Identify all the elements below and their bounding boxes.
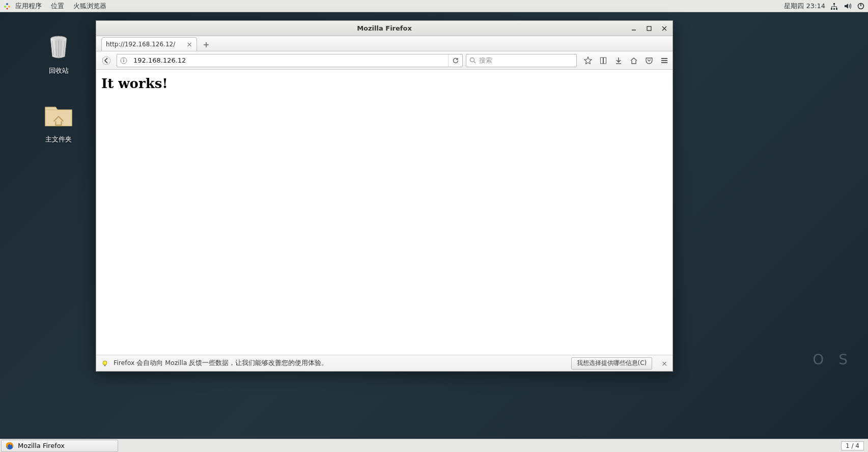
svg-rect-12: [647, 26, 651, 31]
browser-tab[interactable]: http://192.168.126.12/ ×: [101, 37, 197, 51]
downloads-icon[interactable]: [613, 55, 624, 66]
firefox-icon: [6, 442, 14, 450]
svg-rect-20: [604, 58, 606, 64]
back-button[interactable]: [99, 53, 114, 68]
window-close-button[interactable]: [659, 23, 669, 34]
tab-close-button[interactable]: ×: [186, 40, 192, 48]
search-box[interactable]: 搜索: [466, 54, 577, 67]
search-icon: [469, 57, 476, 64]
svg-point-1: [4, 6, 6, 8]
pocket-icon[interactable]: [644, 55, 654, 66]
gnome-bottom-panel: Mozilla Firefox 1 / 4: [0, 439, 868, 452]
applications-menu[interactable]: 应用程序: [3, 2, 42, 11]
reading-list-icon[interactable]: [598, 55, 608, 66]
page-heading: It works!: [101, 76, 667, 91]
firefox-navbar: 192.168.126.12 搜索: [96, 51, 673, 70]
window-maximize-button[interactable]: [644, 23, 654, 34]
firefox-menu[interactable]: 火狐浏览器: [73, 2, 106, 11]
panel-clock[interactable]: 星期四 23:14: [784, 2, 825, 11]
workspace-indicator[interactable]: 1 / 4: [841, 441, 864, 450]
svg-rect-22: [104, 365, 106, 366]
window-minimize-button[interactable]: [629, 23, 639, 34]
network-icon[interactable]: [830, 2, 838, 10]
svg-rect-5: [833, 8, 835, 10]
url-text: 192.168.126.12: [130, 56, 448, 64]
gnome-logo-icon: [3, 2, 11, 10]
window-controls: [629, 21, 669, 36]
url-bar[interactable]: 192.168.126.12: [117, 54, 463, 67]
firefox-window-title: Mozilla Firefox: [357, 24, 412, 32]
svg-line-18: [474, 62, 475, 63]
os-watermark: O S: [813, 351, 853, 368]
gnome-top-panel: 应用程序 位置 火狐浏览器 星期四 23:14: [0, 0, 868, 12]
notification-text: Firefox 会自动向 Mozilla 反馈一些数据，让我们能够改善您的使用体…: [114, 359, 328, 368]
desktop-home[interactable]: 主文件夹: [36, 99, 81, 144]
svg-point-0: [6, 3, 8, 5]
svg-point-16: [123, 59, 124, 60]
site-info-icon[interactable]: [117, 57, 130, 64]
svg-rect-4: [831, 8, 832, 10]
taskbar-firefox-button[interactable]: Mozilla Firefox: [1, 440, 118, 452]
panel-right: 星期四 23:14: [784, 2, 865, 11]
notification-bar: Firefox 会自动向 Mozilla 反馈一些数据，让我们能够改善您的使用体…: [96, 355, 673, 371]
bookmark-star-icon[interactable]: [583, 55, 593, 66]
toolbar-icons: [583, 55, 669, 66]
new-tab-button[interactable]: [199, 39, 213, 51]
browser-tab-title: http://192.168.126.12/: [106, 41, 175, 48]
desktop-trash-label: 回收站: [36, 66, 81, 75]
svg-point-13: [102, 56, 110, 65]
lightbulb-icon: [101, 360, 108, 367]
places-menu[interactable]: 位置: [51, 2, 64, 11]
search-placeholder: 搜索: [479, 56, 492, 65]
svg-point-3: [7, 8, 8, 10]
reload-button[interactable]: [448, 54, 462, 67]
panel-left: 应用程序 位置 火狐浏览器: [3, 2, 106, 11]
firefox-window: Mozilla Firefox http://192.168.126.12/ ×: [96, 20, 673, 372]
firefox-tabbar: http://192.168.126.12/ ×: [96, 36, 673, 51]
svg-rect-6: [836, 8, 837, 10]
taskbar-firefox-label: Mozilla Firefox: [18, 442, 65, 449]
volume-icon[interactable]: [844, 2, 852, 10]
home-icon[interactable]: [629, 55, 639, 66]
folder-home-icon: [42, 99, 75, 132]
trash-icon: [42, 31, 75, 63]
page-content: It works!: [96, 70, 673, 355]
applications-menu-label: 应用程序: [15, 2, 42, 10]
svg-point-21: [103, 361, 107, 365]
svg-rect-19: [601, 58, 603, 64]
power-icon[interactable]: [857, 2, 865, 10]
desktop-trash[interactable]: 回收站: [36, 31, 81, 75]
svg-rect-7: [833, 3, 835, 5]
notification-choose-button[interactable]: 我想选择提供哪些信息(C): [571, 357, 653, 370]
svg-point-2: [8, 6, 10, 8]
svg-point-17: [470, 58, 474, 62]
desktop-home-label: 主文件夹: [36, 135, 81, 144]
hamburger-menu-icon[interactable]: [659, 55, 669, 66]
firefox-titlebar[interactable]: Mozilla Firefox: [96, 21, 673, 36]
notification-close-button[interactable]: ×: [661, 359, 667, 368]
